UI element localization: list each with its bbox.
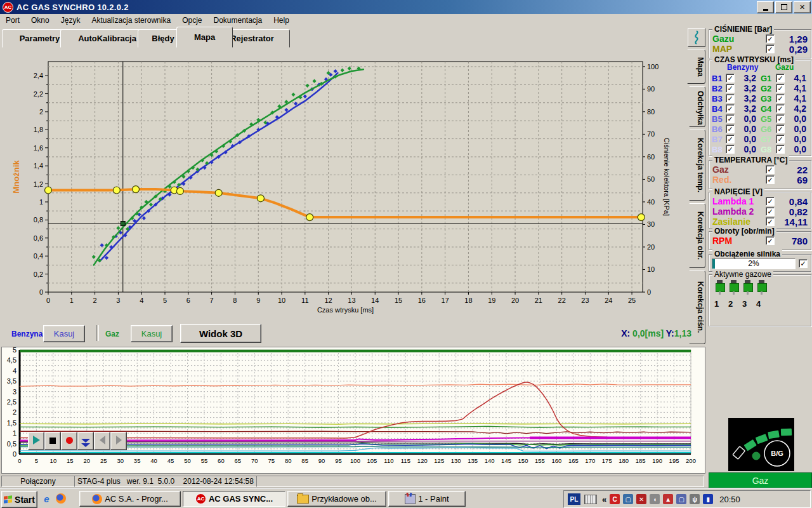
language-indicator[interactable]: PL [568, 493, 580, 505]
petrol-injector-checkbox[interactable]: ✓ [726, 94, 735, 103]
playback-stop-button[interactable] [44, 432, 61, 450]
svg-text:1,4: 1,4 [34, 162, 43, 170]
display-icon[interactable]: ▢ [676, 494, 686, 504]
quicklaunch-internet-explorer-icon[interactable]: e [41, 492, 53, 505]
map-chart[interactable]: 0123456789101112131415161718192021222324… [0, 48, 705, 325]
active-injector-number: 3 [742, 299, 756, 309]
gas-injector-checkbox[interactable]: ✓ [776, 84, 785, 93]
petrol-clear-button[interactable]: Kasuj [43, 325, 85, 342]
svg-text:24: 24 [605, 297, 612, 304]
gas-injector-checkbox[interactable]: ✓ [776, 94, 785, 103]
svg-text:70: 70 [251, 457, 258, 464]
playback-step-back-button[interactable] [94, 432, 110, 450]
speaker-icon[interactable]: ◖ [650, 494, 660, 504]
petrol-injector-checkbox[interactable]: ✓ [726, 114, 735, 123]
side-tab-mapa[interactable]: Mapa [687, 50, 705, 84]
view-3d-button[interactable]: Widok 3D [180, 324, 261, 343]
petrol-injector-checkbox[interactable]: ✓ [726, 124, 735, 133]
y-axis-label: Mnożnik [11, 160, 21, 194]
menu-item-aktualizacja-sterownika[interactable]: Aktualizacja sterownika [86, 15, 176, 26]
gas-injector-label: G1 [761, 74, 776, 83]
svg-text:20: 20 [84, 457, 91, 464]
taskbar-window-1[interactable]: AC S.A. - Progr... [79, 491, 181, 507]
svg-text:125: 125 [434, 457, 444, 464]
row-checkbox[interactable]: ✓ [766, 217, 775, 226]
minimize-button[interactable] [757, 1, 774, 13]
petrol-injector-checkbox[interactable]: ✓ [726, 145, 735, 154]
gas-injector-checkbox[interactable]: ✓ [776, 124, 785, 133]
muted-speaker-icon[interactable]: ✕ [636, 494, 646, 504]
row-checkbox[interactable]: ✓ [766, 236, 775, 245]
petrol-injector-checkbox[interactable]: ✓ [726, 104, 735, 113]
status-bar: Połączony STAG-4 plus wer. 9.1 5.0.0 201… [0, 474, 705, 488]
menu-item-port[interactable]: Port [0, 15, 25, 26]
taskbar-window-label: 1 - Paint [418, 494, 449, 504]
menu-item-help[interactable]: Help [268, 15, 295, 26]
gas-injector-checkbox[interactable]: ✓ [776, 104, 785, 113]
row-checkbox[interactable]: ✓ [766, 34, 775, 43]
recorder-chart[interactable]: 00,511,522,533,544,550510152025303540455… [2, 347, 704, 472]
petrol-injector-checkbox[interactable]: ✓ [726, 135, 735, 144]
svg-text:16: 16 [418, 297, 426, 304]
fuel-mode-indicator[interactable]: Gaz [709, 472, 812, 489]
playback-step-forward-button[interactable] [110, 432, 127, 450]
restore-button[interactable] [775, 1, 792, 13]
row-checkbox[interactable]: ✓ [766, 197, 775, 206]
interface-button[interactable] [688, 28, 705, 47]
svg-text:60: 60 [218, 457, 225, 464]
status-spacer [256, 476, 704, 487]
tray-expand-chevron[interactable]: « [602, 495, 606, 504]
menu-item-j-zyk[interactable]: Język [55, 15, 86, 26]
row-checkbox[interactable]: ✓ [766, 44, 775, 53]
petrol-label: Benzyna [11, 330, 43, 338]
voltage-legend: NAPIĘCIE [V] [712, 187, 764, 196]
engine-load-checkbox[interactable]: ✓ [799, 259, 808, 268]
tab-bar: ParametryAutoKalibracjaBłędyMapaRejestra… [0, 28, 704, 48]
fuel-gauge[interactable]: B/G [728, 418, 794, 471]
pressure-group: CIŚNIENIE [Bar] Gazu✓1,29MAP✓0,29 [709, 29, 811, 58]
menu-item-dokumentacja[interactable]: Dokumentacja [207, 15, 268, 26]
row-value: 0,82 [775, 206, 808, 217]
row-checkbox[interactable]: ✓ [766, 165, 775, 174]
playback-record-button[interactable] [61, 432, 77, 450]
gauge-bg-label: B/G [771, 450, 783, 457]
minimize-icon [763, 9, 768, 11]
svg-text:65: 65 [235, 457, 242, 464]
menu-item-opcje[interactable]: Opcje [176, 15, 207, 26]
x-axis-label: Czas wtrysku [ms] [317, 306, 374, 314]
svg-text:19: 19 [488, 297, 495, 304]
taskbar-window-3[interactable]: Przykładowe ob... [287, 491, 386, 507]
svg-text:1: 1 [13, 429, 16, 437]
svg-text:11: 11 [301, 297, 308, 304]
petrol-injector-checkbox[interactable]: ✓ [726, 84, 735, 93]
row-checkbox[interactable]: ✓ [766, 207, 775, 216]
playback-play-button[interactable] [28, 432, 44, 450]
quicklaunch-firefox-icon[interactable] [55, 492, 67, 505]
gas-injector-checkbox[interactable]: ✓ [776, 114, 785, 123]
svg-text:12: 12 [325, 297, 332, 304]
taskbar-window-4[interactable]: 1 - Paint [388, 491, 466, 507]
svg-text:100: 100 [647, 63, 658, 70]
tab-mapa[interactable]: Mapa [176, 27, 233, 48]
keyboard-icon[interactable] [584, 495, 597, 504]
svg-text:80: 80 [647, 108, 655, 116]
gas-clear-button[interactable]: Kasuj [131, 325, 173, 342]
gas-injector-checkbox[interactable]: ✓ [776, 74, 785, 83]
messenger-icon[interactable]: ▮ [703, 494, 713, 504]
petrol-injector-checkbox[interactable]: ✓ [726, 74, 735, 83]
security-shield-icon[interactable]: ▲ [663, 494, 673, 504]
gas-injector-checkbox[interactable]: ✓ [776, 135, 785, 144]
svg-text:3: 3 [13, 388, 16, 396]
svg-text:60: 60 [647, 153, 655, 161]
row-checkbox[interactable]: ✓ [766, 175, 775, 184]
wireless-icon[interactable]: ψ [690, 494, 700, 504]
gas-injector-checkbox[interactable]: ✓ [776, 145, 785, 154]
svg-text:50: 50 [184, 457, 191, 464]
playback-fast-down-button[interactable] [77, 432, 94, 450]
taskbar-window-2[interactable]: ACAC GAS SYNC... [183, 491, 285, 507]
menu-item-okno[interactable]: Okno [25, 15, 55, 26]
start-button[interactable]: Start [1, 491, 37, 508]
autostart-c-icon[interactable]: C [610, 494, 620, 504]
network-monitor-icon[interactable]: ▢ [623, 494, 633, 504]
close-button[interactable]: ✕ [794, 1, 811, 13]
